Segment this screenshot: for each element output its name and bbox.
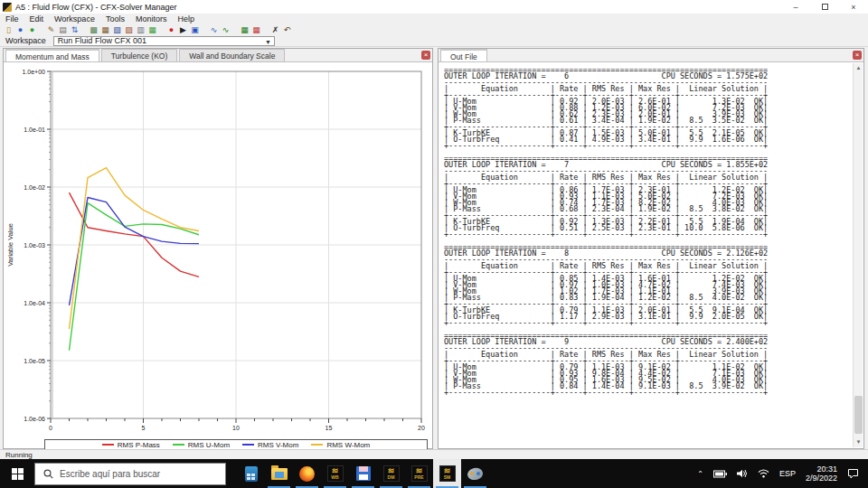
plot-edit-icon[interactable]: ∿: [208, 25, 220, 35]
legend-entry: RMS V-Mom: [242, 441, 298, 449]
close-button[interactable]: ×: [839, 0, 868, 14]
start-run-icon[interactable]: ▶: [177, 25, 189, 35]
menu-help[interactable]: Help: [172, 14, 200, 23]
calculator-icon: [245, 466, 258, 482]
taskbar-app-firefox[interactable]: [293, 459, 321, 488]
taskbar-app-calculator[interactable]: [237, 459, 265, 488]
report-file-icon[interactable]: ▥: [135, 25, 146, 35]
menu-tools[interactable]: Tools: [100, 14, 130, 23]
define-run-icon[interactable]: ▩: [88, 25, 99, 35]
scroll-down-icon[interactable]: ▼: [854, 437, 863, 447]
undo-icon[interactable]: ↶: [281, 25, 293, 35]
menu-monitors[interactable]: Monitors: [130, 14, 173, 23]
title-bar: A5 : Fluid Flow (CFX) - CFX-Solver Manag…: [0, 0, 868, 14]
legend-entry: RMS U-Mom: [173, 441, 230, 449]
taskbar-app-save-window[interactable]: [349, 459, 377, 488]
workspace-value: Run Fluid Flow CFX 001: [58, 36, 146, 45]
chevron-down-icon: ▼: [265, 39, 271, 45]
workspace-grid-icon[interactable]: ▦: [146, 25, 158, 35]
svg-text:1.0e-06: 1.0e-06: [24, 416, 45, 422]
legend-swatch: [173, 444, 184, 446]
start-button[interactable]: [0, 459, 34, 488]
monitor-close-icon[interactable]: ×: [421, 51, 430, 60]
edit-run-icon[interactable]: ▦: [99, 25, 111, 35]
app-icon: [3, 3, 12, 12]
out-file-tab-bar: Out File: [439, 49, 863, 62]
search-icon: [43, 469, 53, 479]
table-green-icon[interactable]: ▦: [239, 25, 250, 35]
windows-logo-icon: [12, 468, 24, 480]
out-file-close-icon[interactable]: ×: [853, 51, 862, 60]
out-file-text: ========================================…: [444, 67, 851, 445]
save-window-icon: [356, 466, 371, 481]
legend-entry: RMS P-Mass: [102, 441, 160, 449]
tab-momentum-and-mass[interactable]: Momentum and Mass: [5, 49, 99, 61]
paste-icon[interactable]: ⇅: [69, 25, 80, 35]
cfd-post-icon: [467, 466, 485, 482]
scroll-up-icon[interactable]: ▲: [854, 63, 863, 73]
menu-workspace[interactable]: Workspace: [49, 14, 100, 23]
ansys-designmodeler-icon: DM: [383, 465, 400, 482]
notifications-icon[interactable]: [847, 468, 859, 479]
battery-icon[interactable]: [713, 470, 727, 478]
plot-new-icon[interactable]: ∿: [220, 25, 231, 35]
table-red-icon[interactable]: ▦: [250, 25, 262, 35]
save-monitor-icon[interactable]: ▣: [189, 25, 201, 35]
search-input[interactable]: Escribe aquí para buscar: [34, 463, 226, 485]
workspace-row: Workspace Run Fluid Flow CFX 001 ▼: [0, 35, 868, 47]
monitor-tab-bar: Momentum and MassTurbulence (KO)Wall and…: [4, 49, 432, 62]
clock-date: 2/9/2022: [806, 474, 837, 483]
edit-definition-icon[interactable]: ✎: [45, 25, 57, 35]
file-explorer-icon: [271, 468, 288, 480]
out-file-panel: Out File × =============================…: [438, 48, 864, 449]
tab-turbulence-ko-[interactable]: Turbulence (KO): [101, 49, 178, 61]
taskbar-app-file-explorer[interactable]: [265, 459, 293, 488]
status-text: Running: [5, 451, 33, 459]
tab-out-file[interactable]: Out File: [440, 49, 487, 61]
minimize-button[interactable]: –: [781, 0, 810, 14]
taskbar-app-ansys-cfx-pre[interactable]: PRE: [405, 459, 433, 488]
toolbar: ▯●●✎▤⇅▩▦▧▨▥▦●▶▣∿∿▦▦✗↶: [0, 24, 868, 35]
out-file-scrollbar[interactable]: ▲ ▼: [853, 63, 863, 447]
ansys-cfx-pre-icon: PRE: [411, 465, 428, 482]
monitor-file-icon[interactable]: ▧: [111, 25, 123, 35]
legend-swatch: [102, 444, 114, 446]
svg-text:20: 20: [418, 425, 425, 431]
tab-wall-and-boundary-scale[interactable]: Wall and Boundary Scale: [179, 49, 285, 61]
new-monitor-icon[interactable]: ▯: [3, 25, 14, 35]
svg-text:1.0e-02: 1.0e-02: [24, 184, 45, 191]
scroll-thumb[interactable]: [854, 396, 863, 434]
search-placeholder: Escribe aquí para buscar: [60, 469, 160, 479]
maximize-icon: [822, 4, 828, 10]
clock[interactable]: 20:31 2/9/2022: [806, 465, 837, 483]
svg-text:1.0e-04: 1.0e-04: [24, 300, 45, 306]
legend-swatch: [242, 444, 254, 446]
copy-icon[interactable]: ▤: [57, 25, 69, 35]
maximize-button[interactable]: [810, 0, 839, 14]
svg-text:15: 15: [326, 425, 333, 431]
stop-run-icon[interactable]: ●: [165, 25, 177, 35]
open-run-blue-icon[interactable]: ●: [14, 25, 26, 35]
wifi-icon[interactable]: [758, 469, 769, 478]
hidden-icons-chevron-icon[interactable]: ⌃: [697, 470, 703, 478]
taskbar-app-ansys-designmodeler[interactable]: DM: [377, 459, 405, 488]
open-run-green-icon[interactable]: ●: [26, 25, 38, 35]
system-tray: ⌃ ESP 20:31 2/9/2022: [697, 465, 868, 483]
legend-label: RMS P-Mass: [118, 441, 160, 449]
svg-text:1.0e-05: 1.0e-05: [24, 358, 45, 364]
workspace-dropdown[interactable]: Run Fluid Flow CFX 001 ▼: [53, 36, 275, 46]
taskbar-app-cfd-post[interactable]: [461, 459, 489, 488]
taskbar-app-ansys-solver-manager[interactable]: SM: [433, 459, 461, 488]
taskbar-app-ansys-workbench[interactable]: WB: [321, 459, 349, 488]
firefox-icon: [299, 466, 315, 482]
results-file-icon[interactable]: ▨: [123, 25, 135, 35]
legend-swatch: [311, 444, 323, 446]
close-workspace-icon[interactable]: ✗: [269, 25, 281, 35]
svg-text:0: 0: [49, 425, 52, 431]
taskbar-apps: WBDMPRESM: [237, 459, 489, 488]
language-indicator[interactable]: ESP: [779, 469, 796, 478]
menu-file[interactable]: File: [0, 14, 24, 23]
volume-icon[interactable]: [737, 469, 748, 478]
menu-edit[interactable]: Edit: [24, 14, 50, 23]
status-bar: Running: [0, 449, 868, 459]
